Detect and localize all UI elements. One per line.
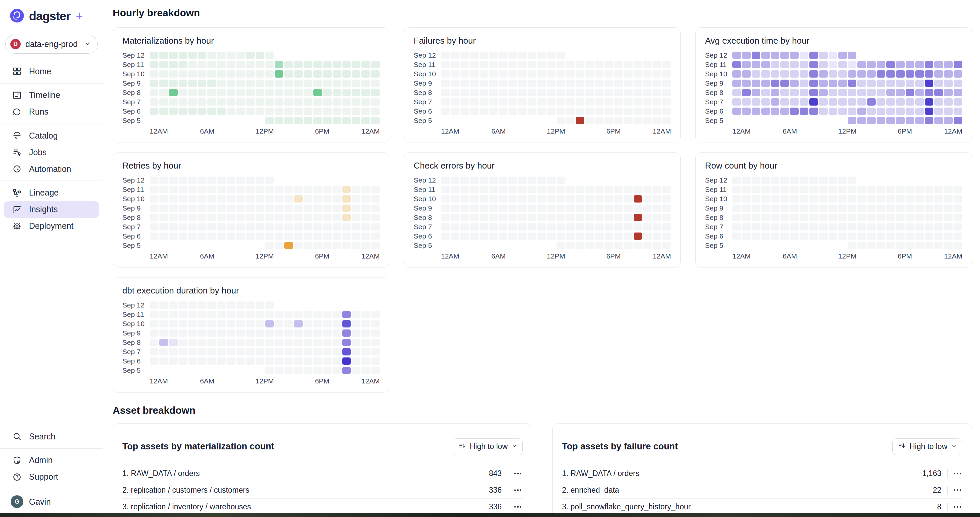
heatmap-cell[interactable] [284, 320, 293, 327]
heatmap-cell[interactable] [451, 70, 459, 78]
heatmap-cell[interactable] [304, 233, 312, 240]
heatmap-cell[interactable] [595, 108, 604, 115]
heatmap-cell[interactable] [896, 242, 905, 249]
heatmap-cell[interactable] [150, 176, 158, 184]
heatmap-cell[interactable] [451, 98, 459, 106]
heatmap-cell[interactable] [323, 195, 332, 203]
heatmap-cell[interactable] [566, 61, 575, 68]
heatmap-cell[interactable] [877, 223, 885, 230]
heatmap-cell[interactable] [179, 205, 187, 212]
heatmap-cell[interactable] [159, 79, 168, 87]
heatmap-cell[interactable] [771, 195, 780, 203]
heatmap-cell[interactable] [207, 320, 216, 327]
heatmap-cell[interactable] [179, 311, 187, 318]
heatmap-cell[interactable] [217, 176, 226, 184]
heatmap-cell[interactable] [886, 89, 895, 96]
heatmap-cell[interactable] [790, 52, 799, 59]
heatmap-cell[interactable] [451, 61, 459, 68]
heatmap-cell[interactable] [284, 242, 293, 249]
heatmap-cell[interactable] [790, 98, 799, 106]
heatmap-cell[interactable] [441, 52, 450, 59]
heatmap-cell[interactable] [150, 311, 158, 318]
heatmap-cell[interactable] [207, 52, 216, 59]
heatmap-cell[interactable] [537, 205, 546, 212]
heatmap-cell[interactable] [829, 205, 837, 212]
heatmap-cell[interactable] [752, 214, 760, 221]
heatmap-cell[interactable] [585, 223, 594, 230]
heatmap-cell[interactable] [624, 79, 633, 87]
heatmap-cell[interactable] [265, 195, 274, 203]
heatmap-cell[interactable] [236, 70, 245, 78]
heatmap-cell[interactable] [207, 89, 216, 96]
heatmap-cell[interactable] [944, 242, 953, 249]
heatmap-cell[interactable] [566, 186, 575, 193]
heatmap-cell[interactable] [915, 205, 924, 212]
heatmap-cell[interactable] [742, 61, 751, 68]
heatmap-cell[interactable] [585, 70, 594, 78]
heatmap-cell[interactable] [451, 205, 459, 212]
heatmap-cell[interactable] [614, 195, 623, 203]
heatmap-cell[interactable] [352, 233, 360, 240]
heatmap-cell[interactable] [217, 301, 226, 309]
heatmap-cell[interactable] [915, 79, 924, 87]
heatmap-cell[interactable] [294, 348, 303, 355]
heatmap-cell[interactable] [848, 214, 857, 221]
heatmap-cell[interactable] [371, 214, 380, 221]
heatmap-cell[interactable] [275, 108, 283, 115]
heatmap-cell[interactable] [371, 348, 380, 355]
heatmap-cell[interactable] [662, 233, 671, 240]
heatmap-cell[interactable] [925, 223, 934, 230]
heatmap-cell[interactable] [858, 186, 866, 193]
heatmap-cell[interactable] [150, 223, 158, 230]
heatmap-cell[interactable] [460, 52, 469, 59]
heatmap-cell[interactable] [848, 233, 857, 240]
heatmap-cell[interactable] [595, 223, 604, 230]
heatmap-cell[interactable] [361, 98, 370, 106]
heatmap-cell[interactable] [752, 98, 760, 106]
heatmap-cell[interactable] [614, 108, 623, 115]
heatmap-cell[interactable] [557, 205, 565, 212]
heatmap-cell[interactable] [761, 61, 770, 68]
heatmap-cell[interactable] [236, 98, 245, 106]
heatmap-cell[interactable] [265, 205, 274, 212]
heatmap-cell[interactable] [643, 195, 652, 203]
heatmap-cell[interactable] [925, 79, 934, 87]
heatmap-cell[interactable] [323, 320, 332, 327]
heatmap-cell[interactable] [809, 195, 818, 203]
heatmap-cell[interactable] [451, 108, 459, 115]
heatmap-cell[interactable] [284, 214, 293, 221]
heatmap-cell[interactable] [217, 108, 226, 115]
heatmap-cell[interactable] [547, 98, 556, 106]
heatmap-cell[interactable] [595, 214, 604, 221]
heatmap-cell[interactable] [624, 98, 633, 106]
heatmap-cell[interactable] [294, 186, 303, 193]
heatmap-cell[interactable] [643, 61, 652, 68]
heatmap-cell[interactable] [188, 52, 197, 59]
heatmap-cell[interactable] [518, 61, 527, 68]
heatmap-cell[interactable] [595, 79, 604, 87]
heatmap-cell[interactable] [236, 61, 245, 68]
heatmap-cell[interactable] [732, 195, 741, 203]
heatmap-cell[interactable] [848, 242, 857, 249]
heatmap-cell[interactable] [906, 70, 914, 78]
heatmap-cell[interactable] [480, 205, 488, 212]
heatmap-cell[interactable] [752, 70, 760, 78]
heatmap-cell[interactable] [179, 330, 187, 337]
heatmap-cell[interactable] [342, 108, 351, 115]
heatmap-cell[interactable] [169, 52, 178, 59]
heatmap-cell[interactable] [188, 311, 197, 318]
heatmap-cell[interactable] [761, 195, 770, 203]
heatmap-cell[interactable] [371, 89, 380, 96]
heatmap-cell[interactable] [925, 186, 934, 193]
heatmap-cell[interactable] [265, 186, 274, 193]
heatmap-cell[interactable] [944, 186, 953, 193]
heatmap-cell[interactable] [576, 89, 584, 96]
heatmap-cell[interactable] [342, 195, 351, 203]
heatmap-cell[interactable] [150, 339, 158, 346]
heatmap-cell[interactable] [585, 108, 594, 115]
heatmap-cell[interactable] [585, 186, 594, 193]
heatmap-cell[interactable] [867, 117, 876, 124]
heatmap-cell[interactable] [742, 233, 751, 240]
heatmap-cell[interactable] [188, 330, 197, 337]
heatmap-cell[interactable] [304, 320, 312, 327]
